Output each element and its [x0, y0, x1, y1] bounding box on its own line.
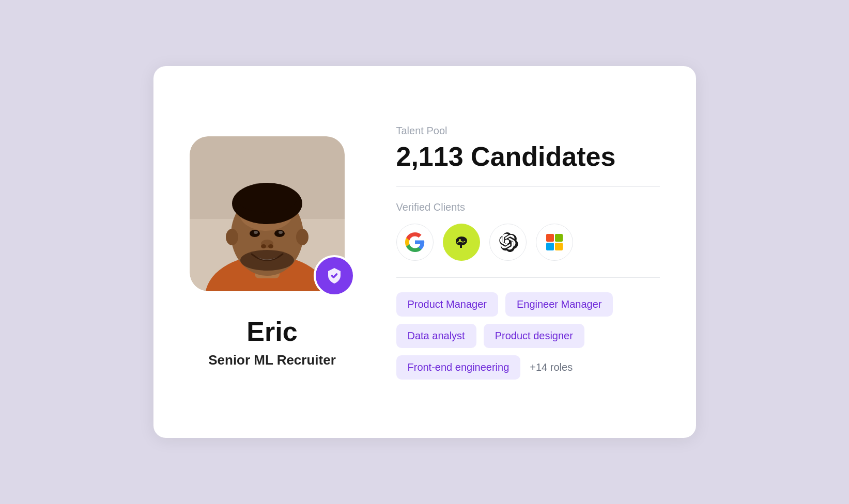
role-tag-product-manager[interactable]: Product Manager [396, 292, 498, 317]
avatar-wrapper [190, 136, 355, 302]
google-logo [396, 224, 434, 261]
shield-check-icon [325, 266, 344, 285]
svg-point-14 [240, 250, 294, 271]
right-section: Talent Pool 2,113 Candidates Verified Cl… [396, 125, 660, 380]
verified-badge [314, 255, 355, 296]
talent-pool-label: Talent Pool [396, 125, 660, 137]
roles-row-3: Front-end engineering +14 roles [396, 355, 660, 380]
svg-point-13 [268, 244, 273, 248]
verified-clients-label: Verified Clients [396, 201, 660, 213]
svg-point-9 [254, 231, 258, 234]
roles-row-1: Product Manager Engineer Manager [396, 292, 660, 317]
divider-top [396, 186, 660, 187]
windows-icon [544, 232, 565, 253]
svg-rect-23 [546, 243, 554, 250]
svg-point-10 [279, 231, 283, 234]
client-logos [396, 224, 660, 261]
divider-bottom [396, 277, 660, 278]
recruiter-name: Eric [246, 316, 297, 347]
svg-rect-21 [546, 234, 554, 242]
svg-rect-24 [555, 243, 563, 250]
more-roles-label: +14 roles [528, 355, 575, 380]
recruiter-title: Senior ML Recruiter [208, 352, 336, 368]
svg-point-12 [261, 244, 266, 248]
svg-rect-22 [555, 234, 563, 242]
roles-row-2: Data analyst Product designer [396, 324, 660, 348]
candidates-count: 2,113 Candidates [396, 141, 660, 172]
role-tag-frontend[interactable]: Front-end engineering [396, 355, 521, 380]
roles-section: Product Manager Engineer Manager Data an… [396, 292, 660, 380]
windows-logo [536, 224, 573, 261]
openai-icon [498, 232, 518, 253]
google-icon [405, 232, 425, 253]
tandem-logo [443, 224, 480, 261]
role-tag-product-designer[interactable]: Product designer [484, 324, 584, 348]
openai-logo [489, 224, 527, 261]
left-section: Eric Senior ML Recruiter [190, 136, 355, 368]
tandem-icon [451, 231, 472, 253]
svg-point-18 [296, 229, 308, 245]
svg-point-17 [226, 229, 238, 245]
svg-point-20 [459, 239, 461, 241]
profile-card: Eric Senior ML Recruiter Talent Pool 2,1… [153, 66, 696, 438]
role-tag-engineer-manager[interactable]: Engineer Manager [505, 292, 613, 317]
svg-point-16 [237, 184, 297, 213]
role-tag-data-analyst[interactable]: Data analyst [396, 324, 476, 348]
